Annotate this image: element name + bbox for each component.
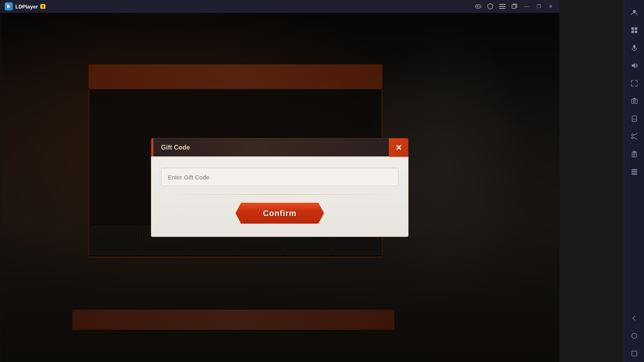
svg-line-27 (633, 138, 637, 140)
svg-rect-8 (499, 6, 506, 7)
svg-text:APK: APK (632, 118, 637, 121)
dialog-backdrop: Gift Code ✕ Confirm (0, 13, 559, 362)
dialog-title: Gift Code (158, 144, 190, 151)
app-logo-icon (5, 2, 13, 10)
svg-rect-16 (633, 45, 635, 49)
svg-point-6 (479, 6, 479, 7)
confirm-button[interactable]: Confirm (235, 203, 324, 224)
svg-marker-18 (632, 63, 635, 68)
version-badge: 9 (40, 4, 45, 9)
confirm-label: Confirm (263, 209, 297, 218)
svg-point-5 (479, 6, 480, 6)
gamepad-icon-btn[interactable] (473, 2, 484, 11)
svg-point-20 (633, 100, 635, 102)
sidebar-grid-btn[interactable] (626, 22, 642, 38)
gift-code-input[interactable] (161, 168, 398, 186)
sidebar-resize-btn[interactable] (626, 75, 642, 91)
svg-rect-7 (499, 4, 506, 5)
svg-rect-19 (631, 99, 637, 104)
svg-marker-0 (7, 4, 10, 8)
sidebar-apk-btn[interactable]: APK (626, 111, 642, 127)
svg-rect-9 (499, 8, 506, 9)
svg-rect-3 (478, 6, 479, 7)
restore-icon-btn[interactable] (509, 2, 520, 11)
sidebar-scissors-btn[interactable] (626, 128, 642, 144)
minimize-icon: — (524, 4, 529, 9)
dialog-close-button[interactable]: ✕ (389, 138, 408, 157)
svg-line-26 (633, 134, 637, 136)
menu-icon-btn[interactable] (497, 2, 508, 11)
sidebar-list-btn[interactable] (626, 164, 642, 180)
confirm-button-wrapper: Confirm (161, 203, 398, 224)
sidebar-recents-btn[interactable] (626, 346, 642, 362)
titlebar-controls: — ❐ ✕ (473, 2, 559, 11)
svg-point-25 (632, 137, 634, 139)
close-icon: ✕ (549, 4, 553, 9)
app-logo: LDPlayer 9 (0, 2, 50, 10)
gift-code-dialog: Gift Code ✕ Confirm (151, 138, 409, 237)
sidebar-speaker-btn[interactable] (626, 58, 642, 74)
app-name: LDPlayer (15, 4, 38, 10)
shield-icon-btn[interactable] (485, 2, 496, 11)
maximize-button[interactable]: ❐ (533, 2, 544, 11)
svg-rect-12 (631, 27, 634, 30)
svg-rect-14 (631, 31, 634, 33)
svg-rect-33 (631, 169, 637, 171)
svg-point-24 (632, 134, 634, 136)
svg-rect-37 (632, 351, 637, 356)
close-x-icon: ✕ (395, 143, 402, 152)
sidebar-user-btn[interactable] (626, 4, 642, 21)
svg-rect-34 (631, 171, 637, 173)
maximize-icon: ❐ (537, 4, 541, 9)
dialog-body: Confirm (151, 156, 409, 237)
right-sidebar: APK (624, 0, 644, 362)
dialog-header: Gift Code ✕ (151, 138, 409, 156)
svg-rect-21 (633, 98, 635, 99)
sidebar-mic-btn[interactable] (626, 40, 642, 56)
svg-rect-15 (634, 31, 637, 33)
svg-rect-13 (634, 27, 637, 30)
svg-rect-35 (631, 174, 637, 175)
titlebar: LDPlayer 9 (0, 0, 559, 13)
sidebar-back-btn[interactable] (626, 310, 642, 326)
svg-rect-10 (512, 5, 516, 8)
minimize-button[interactable]: — (521, 2, 532, 11)
svg-point-36 (632, 333, 637, 339)
svg-point-11 (633, 10, 636, 13)
sidebar-screenshot-btn[interactable] (626, 93, 642, 109)
sidebar-home-btn[interactable] (626, 328, 642, 344)
sidebar-clipboard-btn[interactable] (626, 146, 642, 162)
svg-rect-4 (477, 6, 478, 7)
close-button[interactable]: ✕ (545, 2, 556, 11)
dialog-divider (161, 194, 398, 195)
